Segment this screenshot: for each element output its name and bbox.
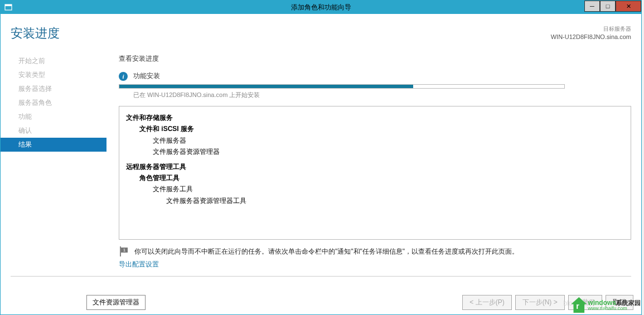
window-controls: ─ □ ✕: [584, 1, 641, 12]
sidebar-item-confirm: 确认: [1, 124, 106, 138]
info-icon: i: [119, 72, 128, 81]
titlebar: 添加角色和功能向导 ─ □ ✕: [1, 1, 641, 14]
sidebar-item-server-select: 服务器选择: [1, 82, 106, 96]
wizard-window: 添加角色和功能向导 ─ □ ✕ 安装进度 目标服务器 WIN-U12D8FI8J…: [0, 0, 642, 315]
flag-icon: [119, 246, 129, 256]
feature-item: 文件服务工具: [126, 183, 624, 195]
close-button[interactable]: ✕: [616, 1, 641, 12]
feature-item: 角色管理工具: [126, 172, 624, 183]
header: 安装进度 目标服务器 WIN-U12D8FI8JNO.sina.com: [1, 14, 641, 42]
feature-item: 文件和存储服务: [126, 112, 624, 123]
file-explorer-button[interactable]: 文件资源管理器: [86, 295, 146, 310]
progress-bar: [119, 84, 565, 89]
section-heading: 查看安装进度: [119, 54, 631, 64]
target-label: 目标服务器: [551, 25, 631, 33]
target-server: WIN-U12D8FI8JNO.sina.com: [551, 33, 631, 41]
export-config-link[interactable]: 导出配置设置: [119, 260, 159, 269]
feature-item: 文件服务器资源管理器工具: [126, 195, 624, 206]
window-title: 添加角色和功能向导: [291, 3, 351, 12]
progress-fill: [119, 85, 413, 88]
sidebar-item-server-roles: 服务器角色: [1, 96, 106, 110]
next-button: 下一步(N) >: [515, 295, 565, 310]
divider: [11, 276, 631, 277]
watermark-url: www.ruihaifu.com: [588, 306, 641, 311]
target-info: 目标服务器 WIN-U12D8FI8JNO.sina.com: [551, 25, 631, 41]
sidebar-item-before: 开始之前: [1, 54, 106, 68]
hint-text: 你可以关闭此向导而不中断正在运行的任务。请依次单击命令栏中的"通知"和"任务详细…: [134, 247, 519, 256]
main-content: 查看安装进度 i 功能安装 已在 WIN-U12D8FI8JNO.sina.co…: [106, 54, 641, 269]
feature-item: 文件服务器: [126, 135, 624, 146]
feature-item: 文件服务器资源管理器: [126, 146, 624, 157]
house-icon: [571, 297, 587, 313]
feature-item: 远程服务器管理工具: [126, 161, 624, 172]
previous-button: < 上一步(P): [462, 295, 511, 310]
svg-rect-1: [5, 4, 12, 6]
wizard-sidebar: 开始之前 安装类型 服务器选择 服务器角色 功能 确认 结果: [1, 54, 106, 269]
sidebar-item-features: 功能: [1, 110, 106, 124]
site-watermark: windows系统家园 www.ruihaifu.com: [571, 297, 641, 313]
page-title: 安装进度: [11, 25, 60, 42]
feature-item: 文件和 iSCSI 服务: [126, 123, 624, 134]
watermark-suffix: 系统家园: [616, 299, 641, 306]
progress-caption: 已在 WIN-U12D8FI8JNO.sina.com 上开始安装: [133, 91, 631, 99]
sidebar-item-install-type: 安装类型: [1, 68, 106, 82]
app-icon: [4, 3, 13, 12]
maximize-button[interactable]: □: [600, 1, 616, 12]
sidebar-item-results: 结果: [1, 138, 106, 152]
status-text: 功能安装: [133, 71, 160, 81]
feature-list: 文件和存储服务 文件和 iSCSI 服务 文件服务器 文件服务器资源管理器 远程…: [119, 106, 631, 240]
minimize-button[interactable]: ─: [584, 1, 600, 12]
footer: 文件资源管理器 < 上一步(P) 下一步(N) > 安装(I) 取消: [1, 295, 641, 310]
hint-row: 你可以关闭此向导而不中断正在运行的任务。请依次单击命令栏中的"通知"和"任务详细…: [119, 246, 631, 256]
status-row: i 功能安装: [119, 71, 631, 81]
